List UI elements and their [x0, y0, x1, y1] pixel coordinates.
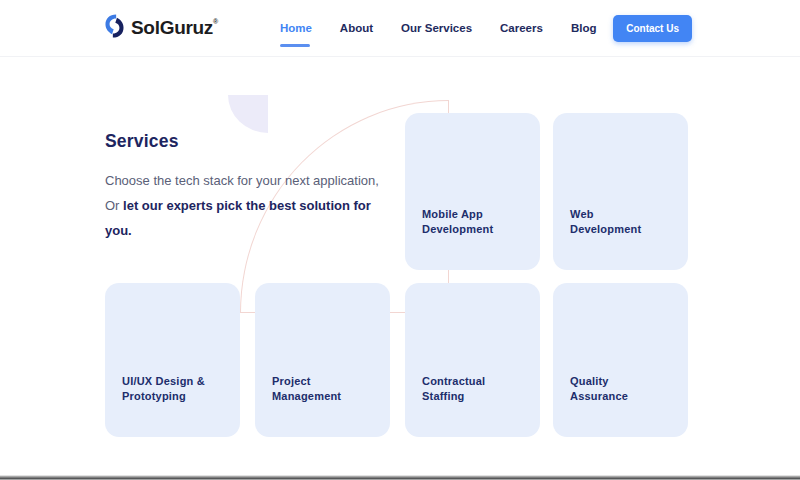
service-card-label: Mobile AppDevelopment	[422, 207, 493, 237]
nav-item-careers[interactable]: Careers	[500, 0, 543, 57]
next-section-top-edge	[0, 475, 800, 480]
logo-text: SolGuruz®	[131, 17, 218, 39]
service-card-project-management[interactable]: ProjectManagement	[255, 283, 390, 437]
service-card-contractual-staffing[interactable]: ContractualStaffing	[405, 283, 540, 437]
service-card-mobile-app-development[interactable]: Mobile AppDevelopment	[405, 113, 540, 270]
service-card-web-development[interactable]: WebDevelopment	[553, 113, 688, 270]
main-nav: Home About Our Services Careers Blog	[280, 0, 597, 57]
services-section: Services Choose the tech stack for your …	[0, 57, 800, 480]
service-card-label: ProjectManagement	[272, 374, 341, 404]
service-card-quality-assurance[interactable]: QualityAssurance	[553, 283, 688, 437]
decorative-quarter-disc	[228, 95, 268, 133]
service-card-label: QualityAssurance	[570, 374, 628, 404]
solguruz-logo-icon	[103, 13, 126, 43]
service-card-uiux-design-prototyping[interactable]: UI/UX Design &Prototyping	[105, 283, 240, 437]
header: SolGuruz® Home About Our Services Career…	[0, 0, 800, 57]
nav-item-home[interactable]: Home	[280, 0, 312, 57]
contact-us-button[interactable]: Contact Us	[613, 15, 692, 42]
registered-mark: ®	[213, 18, 218, 25]
service-card-label: UI/UX Design &Prototyping	[122, 374, 205, 404]
services-intro: Services Choose the tech stack for your …	[105, 131, 395, 243]
nav-item-about[interactable]: About	[340, 0, 373, 57]
services-heading: Services	[105, 131, 395, 152]
nav-item-blog[interactable]: Blog	[571, 0, 597, 57]
service-card-label: ContractualStaffing	[422, 374, 485, 404]
logo[interactable]: SolGuruz®	[103, 13, 218, 43]
nav-item-our-services[interactable]: Our Services	[401, 0, 472, 57]
service-card-label: WebDevelopment	[570, 207, 641, 237]
services-description: Choose the tech stack for your next appl…	[105, 168, 395, 243]
